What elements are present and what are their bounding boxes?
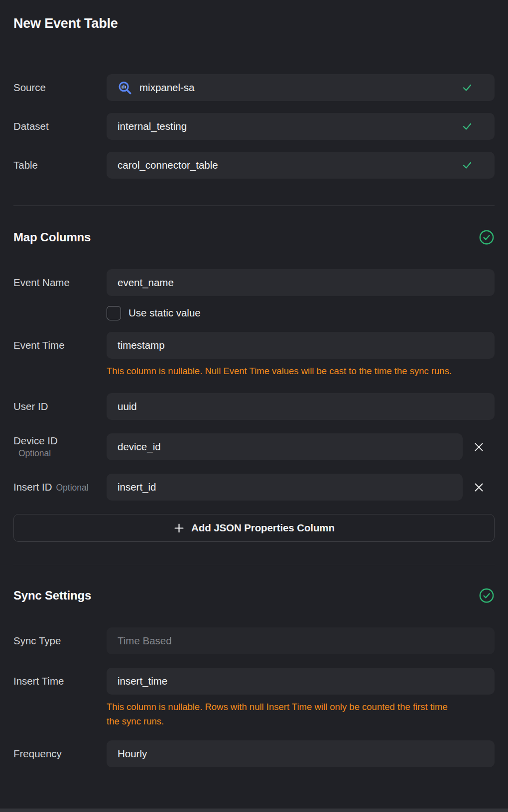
event-name-row: Event Name event_name <box>13 269 495 296</box>
map-columns-header: Map Columns <box>13 229 495 245</box>
sync-type-label: Sync Type <box>13 634 107 647</box>
remove-device-id-button[interactable] <box>463 433 495 460</box>
sync-type-value: Time Based <box>118 635 172 647</box>
insert-time-value: insert_time <box>118 675 167 687</box>
footer-edge <box>0 809 508 812</box>
insert-id-optional-label: Optional <box>52 482 88 494</box>
use-static-value-checkbox[interactable] <box>107 306 121 320</box>
user-id-label: User ID <box>13 400 107 413</box>
plus-icon <box>173 522 185 534</box>
table-value: carol_connector_table <box>118 159 218 171</box>
insert-id-value: insert_id <box>118 481 156 493</box>
dataset-label: Dataset <box>13 120 107 133</box>
event-name-value: event_name <box>118 277 174 289</box>
insert-time-nullable-warning: This column is nullable. Rows with null … <box>107 700 461 728</box>
table-label: Table <box>13 159 107 172</box>
device-id-select[interactable]: device_id <box>107 433 463 460</box>
page-title: New Event Table <box>13 16 495 31</box>
source-row: Source mixpanel-sa <box>13 74 495 101</box>
dataset-value: internal_testing <box>118 120 187 132</box>
event-name-select[interactable]: event_name <box>107 269 495 296</box>
search-chart-icon <box>118 81 132 95</box>
map-columns-heading: Map Columns <box>13 230 91 244</box>
new-event-table-form: New Event Table Source mixpanel-sa <box>0 16 508 767</box>
device-id-row: Device ID Optional device_id <box>13 433 495 460</box>
device-id-optional-label: Optional <box>13 447 107 459</box>
frequency-select[interactable]: Hourly <box>107 740 495 767</box>
close-icon <box>473 482 485 493</box>
event-time-select[interactable]: timestamp <box>107 332 495 359</box>
use-static-value-label: Use static value <box>128 307 201 319</box>
insert-id-row: Insert ID Optional insert_id <box>13 474 495 501</box>
frequency-label: Frequency <box>13 747 107 760</box>
device-id-label: Device ID <box>13 434 107 447</box>
sync-settings-header: Sync Settings <box>13 588 495 604</box>
frequency-value: Hourly <box>118 748 147 760</box>
close-icon <box>473 441 485 453</box>
frequency-row: Frequency Hourly <box>13 740 495 767</box>
check-icon <box>462 82 473 93</box>
source-label: Source <box>13 81 107 94</box>
check-icon <box>462 121 473 132</box>
dataset-select[interactable]: internal_testing <box>107 113 495 140</box>
insert-time-label: Insert Time <box>13 675 107 688</box>
device-id-value: device_id <box>118 441 161 453</box>
event-time-label: Event Time <box>13 339 107 352</box>
add-json-properties-column-label: Add JSON Properties Column <box>191 522 335 534</box>
add-json-properties-column-button[interactable]: Add JSON Properties Column <box>13 514 495 542</box>
check-icon <box>462 160 473 171</box>
event-time-nullable-warning: This column is nullable. Null Event Time… <box>107 364 461 378</box>
table-select[interactable]: carol_connector_table <box>107 152 495 179</box>
event-time-row: Event Time timestamp <box>13 332 495 359</box>
remove-insert-id-button[interactable] <box>463 474 495 501</box>
dataset-row: Dataset internal_testing <box>13 113 495 140</box>
event-name-label: Event Name <box>13 276 107 289</box>
sync-type-select: Time Based <box>107 627 495 654</box>
insert-time-select[interactable]: insert_time <box>107 668 495 695</box>
user-id-row: User ID uuid <box>13 393 495 420</box>
divider <box>13 205 495 206</box>
insert-time-row: Insert Time insert_time <box>13 668 495 695</box>
use-static-value-row: Use static value <box>107 305 495 321</box>
insert-id-select[interactable]: insert_id <box>107 474 463 501</box>
sync-type-row: Sync Type Time Based <box>13 627 495 654</box>
sync-settings-heading: Sync Settings <box>13 589 91 603</box>
divider <box>13 565 495 565</box>
user-id-value: uuid <box>118 401 137 412</box>
insert-id-label: Insert ID <box>13 481 52 494</box>
event-time-value: timestamp <box>118 339 165 351</box>
source-value: mixpanel-sa <box>139 82 195 94</box>
circle-check-icon <box>479 229 495 245</box>
source-select[interactable]: mixpanel-sa <box>107 74 495 101</box>
table-row: Table carol_connector_table <box>13 152 495 179</box>
user-id-select[interactable]: uuid <box>107 393 495 420</box>
circle-check-icon <box>479 588 495 604</box>
